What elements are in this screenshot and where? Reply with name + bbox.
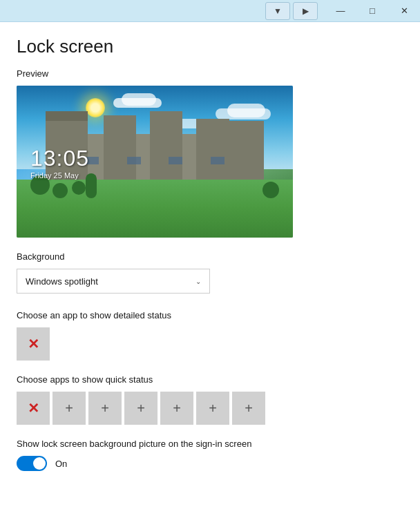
quick-status-button-4[interactable]: + (160, 392, 193, 425)
background-section: Background Windows spotlight ⌄ (17, 251, 403, 294)
main-content: Lock screen Preview (0, 22, 420, 518)
signin-label: Show lock screen background picture on t… (17, 439, 403, 449)
plus-icon: + (173, 401, 181, 416)
date-display: Friday 25 May (30, 171, 89, 180)
plus-icon: + (209, 401, 217, 416)
detailed-status-label: Choose an app to show detailed status (17, 310, 403, 320)
plus-icon: + (245, 401, 253, 416)
bush-2 (52, 183, 68, 198)
title-bar-icon-group: ▼ ▶ (264, 0, 319, 22)
background-value: Windows spotlight (26, 276, 98, 287)
bush-4 (262, 182, 279, 198)
quick-status-button-6[interactable]: + (232, 392, 265, 425)
chevron-down-icon: ⌄ (195, 278, 201, 285)
quick-status-button-5[interactable]: + (196, 392, 229, 425)
filter-icon-button[interactable]: ▼ (265, 2, 290, 20)
x-icon: ✕ (28, 400, 39, 416)
preview-background: 13:05 Friday 25 May (17, 86, 293, 238)
x-icon: ✕ (28, 336, 39, 352)
plus-icon: + (137, 401, 145, 416)
window-controls: — □ ✕ (325, 0, 420, 22)
toggle-knob (33, 457, 46, 470)
close-button[interactable]: ✕ (388, 0, 420, 22)
pin-icon: ▶ (303, 6, 309, 16)
time-display: 13:05 (30, 146, 89, 171)
quick-status-button-3[interactable]: + (124, 392, 158, 425)
detailed-status-section: Choose an app to show detailed status ✕ (17, 310, 403, 361)
plus-icon: + (101, 401, 109, 416)
quick-status-button-2[interactable]: + (88, 392, 122, 425)
background-dropdown[interactable]: Windows spotlight ⌄ (17, 269, 210, 294)
title-bar: ▼ ▶ — □ ✕ (0, 0, 420, 22)
signin-toggle[interactable] (17, 456, 47, 471)
filter-icon: ▼ (274, 6, 282, 16)
background-label: Background (17, 251, 403, 262)
signin-section: Show lock screen background picture on t… (17, 439, 403, 471)
on-label: On (55, 459, 67, 469)
time-overlay: 13:05 Friday 25 May (30, 146, 89, 180)
preview-label: Preview (17, 68, 403, 79)
plus-icon: + (65, 401, 73, 416)
cloud-2 (122, 93, 156, 106)
quick-status-label: Choose apps to show quick status (17, 374, 403, 385)
quick-status-button-0[interactable]: ✕ (17, 392, 50, 425)
toggle-row: On (17, 456, 403, 471)
quick-status-section: Choose apps to show quick status ✕ + + +… (17, 374, 403, 425)
quick-status-button-1[interactable]: + (52, 392, 86, 425)
quick-status-buttons-row: ✕ + + + + + + (17, 392, 403, 425)
minimize-button[interactable]: — (325, 0, 356, 22)
maximize-button[interactable]: □ (356, 0, 388, 22)
pin-icon-button[interactable]: ▶ (293, 2, 318, 20)
detailed-status-remove-button[interactable]: ✕ (17, 327, 50, 361)
lock-screen-preview: 13:05 Friday 25 May (17, 86, 293, 238)
page-title: Lock screen (17, 36, 403, 57)
